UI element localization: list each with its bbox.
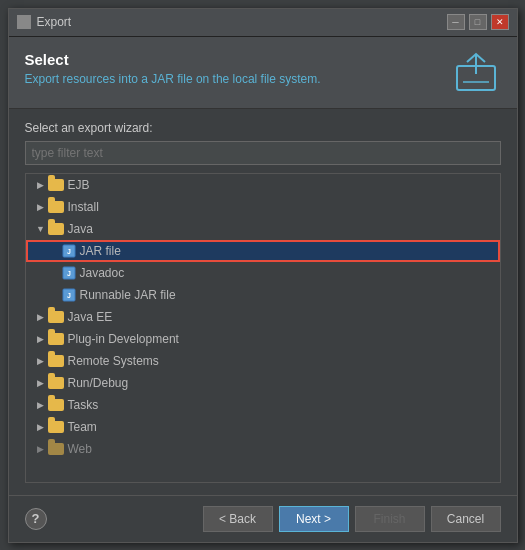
tree-item-run-debug[interactable]: ▶ Run/Debug [26, 372, 500, 394]
folder-icon-tasks [48, 399, 64, 411]
arrow-team: ▶ [34, 422, 48, 432]
folder-icon-remote [48, 355, 64, 367]
arrow-web: ▶ [34, 444, 48, 454]
cancel-button[interactable]: Cancel [431, 506, 501, 532]
arrow-ejb: ▶ [34, 180, 48, 190]
label-team: Team [68, 420, 97, 434]
label-remote-systems: Remote Systems [68, 354, 159, 368]
arrow-install: ▶ [34, 202, 48, 212]
title-bar-left: Export [17, 15, 72, 29]
arrow-tasks: ▶ [34, 400, 48, 410]
close-button[interactable]: ✕ [491, 14, 509, 30]
arrow-plugin-dev: ▶ [34, 334, 48, 344]
arrow-jar [48, 246, 62, 256]
arrow-javadoc [48, 268, 62, 278]
folder-icon-team [48, 421, 64, 433]
folder-icon-java [48, 223, 64, 235]
folder-icon-web [48, 443, 64, 455]
tree-item-team[interactable]: ▶ Team [26, 416, 500, 438]
header-description: Export resources into a JAR file on the … [25, 72, 321, 86]
next-button[interactable]: Next > [279, 506, 349, 532]
folder-icon-install [48, 201, 64, 213]
back-button[interactable]: < Back [203, 506, 273, 532]
label-java-ee: Java EE [68, 310, 113, 324]
label-run-debug: Run/Debug [68, 376, 129, 390]
tree-item-web[interactable]: ▶ Web [26, 438, 500, 460]
tree-container[interactable]: ▶ EJB ▶ Install ▼ Java [25, 173, 501, 483]
export-icon [451, 51, 501, 96]
title-bar: Export ─ □ ✕ [9, 9, 517, 37]
jar-icon: J [62, 244, 76, 258]
dialog-footer: ? < Back Next > Finish Cancel [9, 495, 517, 542]
export-dialog: Export ─ □ ✕ Select Export resources int… [8, 8, 518, 543]
arrow-runnable [48, 290, 62, 300]
help-button[interactable]: ? [25, 508, 47, 530]
label-javadoc: Javadoc [80, 266, 125, 280]
tree-item-javadoc[interactable]: J Javadoc [26, 262, 500, 284]
label-ejb: EJB [68, 178, 90, 192]
header-title: Select [25, 51, 321, 68]
dialog-header: Select Export resources into a JAR file … [9, 37, 517, 109]
tree-item-tasks[interactable]: ▶ Tasks [26, 394, 500, 416]
maximize-button[interactable]: □ [469, 14, 487, 30]
tree-item-remote-systems[interactable]: ▶ Remote Systems [26, 350, 500, 372]
title-bar-buttons: ─ □ ✕ [447, 14, 509, 30]
label-install: Install [68, 200, 99, 214]
label-jar-file: JAR file [80, 244, 121, 258]
label-plugin-dev: Plug-in Development [68, 332, 179, 346]
label-java: Java [68, 222, 93, 236]
folder-icon-run-debug [48, 377, 64, 389]
tree-item-java[interactable]: ▼ Java [26, 218, 500, 240]
window-title: Export [37, 15, 72, 29]
folder-icon-ejb [48, 179, 64, 191]
finish-button[interactable]: Finish [355, 506, 425, 532]
dialog-body: Select an export wizard: ▶ EJB ▶ Install… [9, 109, 517, 495]
arrow-run-debug: ▶ [34, 378, 48, 388]
tree-item-install[interactable]: ▶ Install [26, 196, 500, 218]
svg-text:J: J [67, 270, 71, 277]
footer-left: ? [25, 508, 203, 530]
arrow-remote: ▶ [34, 356, 48, 366]
label-runnable-jar: Runnable JAR file [80, 288, 176, 302]
arrow-java: ▼ [34, 224, 48, 234]
svg-text:J: J [67, 292, 71, 299]
minimize-button[interactable]: ─ [447, 14, 465, 30]
tree-item-java-ee[interactable]: ▶ Java EE [26, 306, 500, 328]
tree-item-ejb[interactable]: ▶ EJB [26, 174, 500, 196]
tree-item-runnable-jar[interactable]: J Runnable JAR file [26, 284, 500, 306]
folder-icon-java-ee [48, 311, 64, 323]
window-icon [17, 15, 31, 29]
svg-text:J: J [67, 248, 71, 255]
header-text: Select Export resources into a JAR file … [25, 51, 321, 86]
javadoc-icon: J [62, 266, 76, 280]
filter-label: Select an export wizard: [25, 121, 501, 135]
folder-icon-plugin-dev [48, 333, 64, 345]
tree-item-plugin-dev[interactable]: ▶ Plug-in Development [26, 328, 500, 350]
runnable-jar-icon: J [62, 288, 76, 302]
label-tasks: Tasks [68, 398, 99, 412]
footer-buttons: < Back Next > Finish Cancel [203, 506, 501, 532]
label-web: Web [68, 442, 92, 456]
filter-input[interactable] [25, 141, 501, 165]
arrow-java-ee: ▶ [34, 312, 48, 322]
tree-item-jar-file[interactable]: J JAR file [26, 240, 500, 262]
